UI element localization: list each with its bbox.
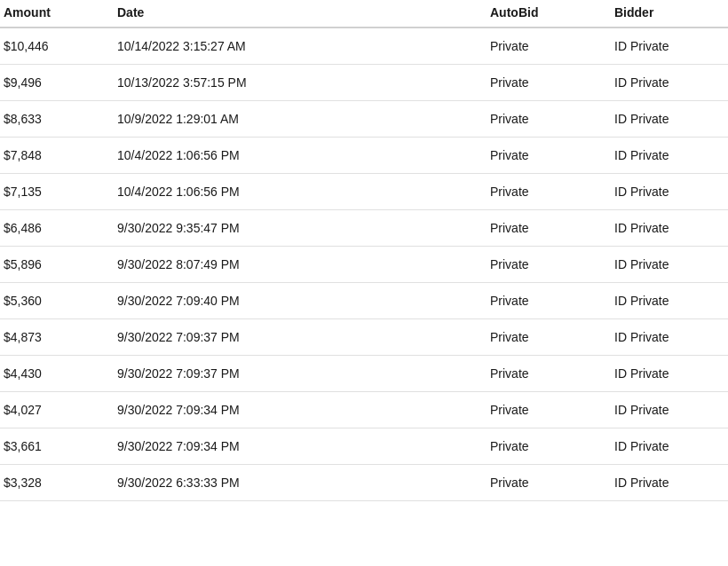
cell-bidder: ID Private [604,174,728,210]
cell-autobid: Private [479,392,604,428]
table-row: $8,63310/9/2022 1:29:01 AMPrivateID Priv… [0,101,728,138]
cell-date: 9/30/2022 7:09:37 PM [107,319,479,356]
cell-bidder: ID Private [604,319,728,356]
table-row: $7,13510/4/2022 1:06:56 PMPrivateID Priv… [0,174,728,210]
cell-amount: $4,873 [0,319,107,356]
cell-bidder: ID Private [604,283,728,319]
cell-autobid: Private [479,283,604,319]
bid-history-table: Amount Date AutoBid Bidder $10,44610/14/… [0,0,728,501]
header-bidder: Bidder [604,0,728,28]
table-row: $6,4869/30/2022 9:35:47 PMPrivateID Priv… [0,210,728,247]
cell-date: 9/30/2022 7:09:34 PM [107,392,479,428]
cell-date: 9/30/2022 8:07:49 PM [107,247,479,283]
cell-bidder: ID Private [604,65,728,101]
cell-amount: $3,328 [0,465,107,501]
cell-bidder: ID Private [604,247,728,283]
cell-amount: $6,486 [0,210,107,247]
cell-autobid: Private [479,174,604,210]
cell-autobid: Private [479,210,604,247]
cell-amount: $9,496 [0,65,107,101]
cell-bidder: ID Private [604,356,728,392]
table-row: $5,8969/30/2022 8:07:49 PMPrivateID Priv… [0,247,728,283]
cell-date: 9/30/2022 7:09:34 PM [107,428,479,465]
cell-autobid: Private [479,101,604,138]
cell-autobid: Private [479,319,604,356]
cell-amount: $7,135 [0,174,107,210]
cell-autobid: Private [479,465,604,501]
cell-autobid: Private [479,138,604,174]
table-header-row: Amount Date AutoBid Bidder [0,0,728,28]
table-row: $7,84810/4/2022 1:06:56 PMPrivateID Priv… [0,138,728,174]
cell-bidder: ID Private [604,210,728,247]
cell-bidder: ID Private [604,392,728,428]
table-row: $3,3289/30/2022 6:33:33 PMPrivateID Priv… [0,465,728,501]
cell-date: 10/4/2022 1:06:56 PM [107,174,479,210]
cell-date: 9/30/2022 7:09:40 PM [107,283,479,319]
cell-date: 10/9/2022 1:29:01 AM [107,101,479,138]
cell-date: 9/30/2022 6:33:33 PM [107,465,479,501]
cell-bidder: ID Private [604,101,728,138]
cell-bidder: ID Private [604,138,728,174]
table-row: $9,49610/13/2022 3:57:15 PMPrivateID Pri… [0,65,728,101]
cell-bidder: ID Private [604,465,728,501]
cell-amount: $4,027 [0,392,107,428]
cell-autobid: Private [479,28,604,65]
cell-date: 10/13/2022 3:57:15 PM [107,65,479,101]
cell-date: 10/14/2022 3:15:27 AM [107,28,479,65]
cell-amount: $4,430 [0,356,107,392]
table-row: $3,6619/30/2022 7:09:34 PMPrivateID Priv… [0,428,728,465]
table-row: $4,0279/30/2022 7:09:34 PMPrivateID Priv… [0,392,728,428]
cell-amount: $5,896 [0,247,107,283]
table-row: $5,3609/30/2022 7:09:40 PMPrivateID Priv… [0,283,728,319]
table-row: $10,44610/14/2022 3:15:27 AMPrivateID Pr… [0,28,728,65]
cell-date: 10/4/2022 1:06:56 PM [107,138,479,174]
cell-date: 9/30/2022 9:35:47 PM [107,210,479,247]
cell-bidder: ID Private [604,428,728,465]
cell-amount: $3,661 [0,428,107,465]
cell-amount: $8,633 [0,101,107,138]
header-amount: Amount [0,0,107,28]
cell-amount: $5,360 [0,283,107,319]
cell-autobid: Private [479,65,604,101]
cell-bidder: ID Private [604,28,728,65]
cell-autobid: Private [479,247,604,283]
header-date: Date [107,0,479,28]
cell-amount: $10,446 [0,28,107,65]
table-row: $4,8739/30/2022 7:09:37 PMPrivateID Priv… [0,319,728,356]
cell-date: 9/30/2022 7:09:37 PM [107,356,479,392]
cell-amount: $7,848 [0,138,107,174]
table-row: $4,4309/30/2022 7:09:37 PMPrivateID Priv… [0,356,728,392]
cell-autobid: Private [479,428,604,465]
header-autobid: AutoBid [479,0,604,28]
cell-autobid: Private [479,356,604,392]
